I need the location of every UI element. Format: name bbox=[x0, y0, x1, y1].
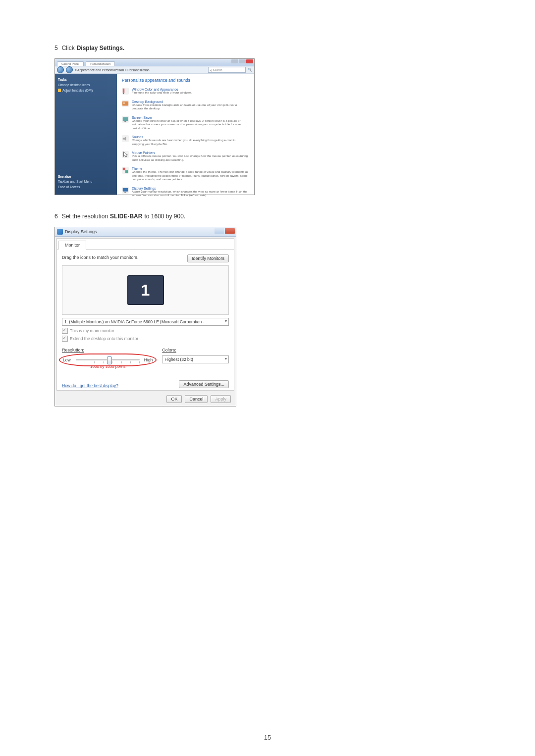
sidebar-tasks-heading: Tasks bbox=[58, 78, 114, 81]
item-sounds: Sounds Change which sounds are heard whe… bbox=[122, 135, 248, 146]
win2-titlebar: Display Settings bbox=[55, 227, 236, 237]
tab-personalization[interactable]: Personalization bbox=[86, 61, 115, 66]
identify-monitors-button[interactable]: Identify Monitors bbox=[187, 254, 229, 262]
resolution-label: Resolution: bbox=[62, 348, 154, 353]
item-display-settings: Display Settings Adjust your monitor res… bbox=[122, 187, 248, 198]
monitor-1[interactable]: 1 bbox=[127, 275, 164, 305]
win1-titlebar: Control Panel Personalization bbox=[55, 59, 254, 66]
screensaver-icon bbox=[122, 116, 129, 123]
win1-addressbar: « Appearance and Personalization » Perso… bbox=[55, 66, 254, 74]
checkbox-icon bbox=[62, 328, 68, 334]
personalization-window: Control Panel Personalization « Appearan… bbox=[54, 58, 255, 195]
search-input[interactable]: ▾| Search bbox=[208, 67, 246, 73]
sidebar-link-desktop-icons[interactable]: Change desktop icons bbox=[58, 83, 114, 87]
svg-marker-7 bbox=[124, 152, 128, 157]
step-6-bold: SLIDE-BAR bbox=[110, 213, 142, 220]
main-monitor-checkbox: This is my main monitor bbox=[62, 328, 229, 334]
desc-desktop-background: Choose from available backgrounds or col… bbox=[132, 103, 248, 111]
desc-window-color: Fine tune the color and style of your wi… bbox=[132, 91, 248, 95]
tab-monitor[interactable]: Monitor bbox=[58, 241, 86, 250]
step-5-prefix: Click bbox=[62, 45, 75, 51]
dialog-button-row: OK Cancel Apply bbox=[55, 392, 236, 406]
link-display-settings[interactable]: Display Settings bbox=[132, 187, 248, 190]
forward-button[interactable] bbox=[66, 66, 73, 73]
svg-point-3 bbox=[123, 102, 125, 103]
link-mouse-pointers[interactable]: Mouse Pointers bbox=[132, 151, 248, 154]
cancel-button[interactable]: Cancel bbox=[185, 395, 208, 403]
slider-thumb[interactable] bbox=[107, 356, 112, 364]
picture-icon bbox=[122, 100, 129, 107]
step-5-bold: Display Settings. bbox=[77, 45, 125, 51]
close-button[interactable] bbox=[246, 59, 253, 63]
svg-rect-11 bbox=[124, 192, 126, 193]
resolution-slider[interactable]: Low High 1600 by 1050 pixels bbox=[62, 355, 154, 367]
step-6-number: 6 bbox=[54, 213, 58, 220]
page-number: 15 bbox=[0, 734, 535, 741]
search-divider: ▾| bbox=[210, 68, 212, 72]
apply-button[interactable]: Apply bbox=[211, 395, 231, 403]
svg-rect-9 bbox=[125, 170, 128, 173]
pointer-icon bbox=[122, 151, 129, 158]
sidebar-link-ease-of-access[interactable]: Ease of Access bbox=[58, 185, 114, 189]
speaker-icon bbox=[122, 135, 129, 142]
maximize-button[interactable] bbox=[239, 59, 246, 63]
shield-icon bbox=[58, 89, 61, 92]
personalize-title: Personalize appearance and sounds bbox=[122, 78, 248, 83]
minimize-button[interactable] bbox=[231, 59, 238, 63]
link-window-color[interactable]: Window Color and Appearance bbox=[132, 88, 248, 91]
ok-button[interactable]: OK bbox=[166, 395, 182, 403]
step-6-prefix: Set the resolution bbox=[62, 213, 108, 220]
search-placeholder: Search bbox=[213, 68, 222, 71]
link-sounds[interactable]: Sounds bbox=[132, 135, 248, 139]
tab-control-panel[interactable]: Control Panel bbox=[57, 61, 84, 66]
sidebar-see-also-heading: See also bbox=[58, 175, 114, 178]
svg-rect-10 bbox=[123, 188, 128, 191]
search-icon[interactable]: 🔍 bbox=[248, 68, 252, 72]
link-theme[interactable]: Theme bbox=[132, 167, 248, 170]
item-theme: Theme Change the theme. Themes can chang… bbox=[122, 167, 248, 182]
close-button[interactable] bbox=[225, 228, 235, 234]
help-link[interactable]: How do I get the best display? bbox=[62, 383, 118, 388]
slider-low: Low bbox=[63, 357, 71, 362]
svg-rect-1 bbox=[123, 93, 124, 95]
display-device-dropdown[interactable]: 1. (Multiple Monitors) on NVIDIA GeForce… bbox=[62, 318, 229, 326]
item-mouse-pointers: Mouse Pointers Pick a different mouse po… bbox=[122, 151, 248, 162]
sidebar-link-font-size[interactable]: Adjust font size (DPI) bbox=[58, 89, 114, 92]
help-button[interactable] bbox=[214, 228, 224, 234]
sidebar-link-taskbar[interactable]: Taskbar and Start Menu bbox=[58, 180, 114, 183]
step-5-text: 5 Click Display Settings. bbox=[54, 45, 481, 51]
svg-rect-2 bbox=[122, 101, 128, 105]
desc-screen-saver: Change your screen saver or adjust when … bbox=[132, 119, 248, 131]
colors-label: Colors: bbox=[162, 348, 229, 353]
colors-dropdown[interactable]: Highest (32 bit) bbox=[162, 355, 229, 363]
item-window-color: Window Color and Appearance Fine tune th… bbox=[122, 88, 248, 95]
link-screen-saver[interactable]: Screen Saver bbox=[132, 116, 248, 119]
monitor-icon bbox=[122, 187, 129, 194]
theme-icon bbox=[122, 167, 129, 174]
desc-sounds: Change which sounds are heard when you d… bbox=[132, 139, 248, 146]
win2-title: Display Settings bbox=[65, 229, 97, 234]
step-6-text: 6 Set the resolution SLIDE-BAR to 1600 b… bbox=[54, 213, 481, 220]
svg-rect-8 bbox=[123, 168, 125, 170]
breadcrumb[interactable]: « Appearance and Personalization » Perso… bbox=[75, 68, 206, 72]
win1-sidebar: Tasks Change desktop icons Adjust font s… bbox=[55, 74, 117, 195]
desc-mouse-pointers: Pick a different mouse pointer. You can … bbox=[132, 154, 248, 162]
checkbox-icon bbox=[62, 336, 68, 342]
item-desktop-background: Desktop Background Choose from available… bbox=[122, 100, 248, 111]
monitor-layout-area[interactable]: 1 bbox=[62, 265, 229, 315]
slider-high: High bbox=[144, 357, 153, 362]
desc-theme: Change the theme. Themes can change a wi… bbox=[132, 170, 248, 182]
item-screen-saver: Screen Saver Change your screen saver or… bbox=[122, 116, 248, 131]
drag-instruction: Drag the icons to match your monitors. bbox=[62, 255, 139, 260]
link-desktop-background[interactable]: Desktop Background bbox=[132, 100, 248, 103]
display-settings-window: Display Settings Monitor Drag the icons … bbox=[54, 227, 236, 406]
step-6-suffix: to 1600 by 900. bbox=[144, 213, 185, 220]
desc-display-settings: Adjust your monitor resolution, which ch… bbox=[132, 190, 248, 198]
win1-main: Personalize appearance and sounds Window… bbox=[117, 74, 254, 195]
extend-desktop-checkbox: Extend the desktop onto this monitor bbox=[62, 336, 229, 342]
display-icon bbox=[57, 229, 63, 235]
svg-marker-6 bbox=[123, 137, 126, 141]
advanced-settings-button[interactable]: Advanced Settings... bbox=[179, 380, 229, 388]
step-5-number: 5 bbox=[54, 45, 58, 51]
back-button[interactable] bbox=[57, 66, 64, 73]
